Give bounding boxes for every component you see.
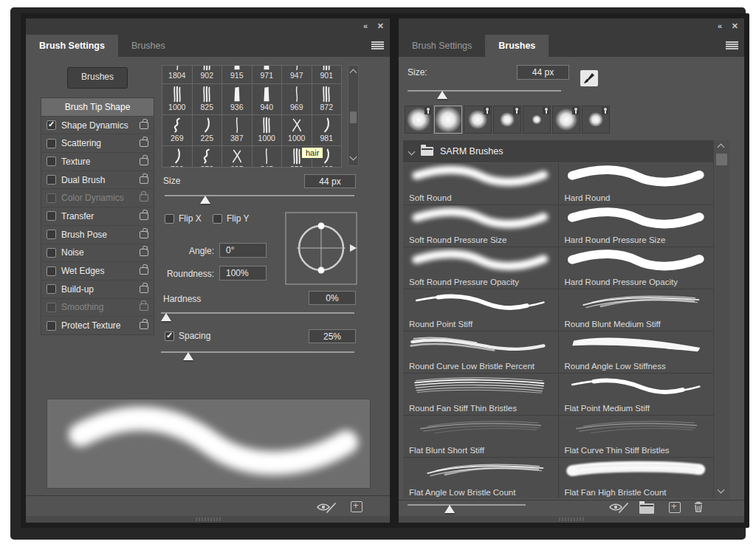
checkbox[interactable] (47, 139, 56, 148)
slider-thumb[interactable] (437, 91, 447, 99)
panel-menu-icon[interactable] (371, 41, 384, 49)
scroll-up-icon[interactable] (350, 69, 357, 77)
new-group-icon[interactable] (639, 503, 654, 514)
lock-icon[interactable] (140, 176, 148, 184)
setting-shape-dynamics[interactable]: Shape Dynamics (41, 117, 154, 135)
recent-brush-chip[interactable] (552, 106, 580, 134)
spacing-slider[interactable] (161, 349, 354, 361)
checkbox[interactable] (47, 120, 56, 130)
tab-brushes[interactable]: Brushes (118, 35, 179, 57)
close-panel-icon[interactable]: ✕ (732, 21, 738, 31)
brush-tip-cell[interactable]: 825 (193, 84, 222, 114)
slider-track[interactable] (165, 195, 354, 196)
lock-icon[interactable] (140, 322, 148, 329)
lock-icon[interactable] (140, 140, 148, 147)
brush-preset[interactable]: Hard Round Pressure Opacity (559, 247, 714, 289)
lock-icon[interactable] (140, 286, 148, 293)
thumbnail-size-slider[interactable] (408, 502, 526, 514)
brush-preset[interactable]: Flat Point Medium Stiff (559, 374, 714, 415)
brush-tip-cell[interactable]: 695 (222, 146, 252, 168)
recent-brush-chip[interactable] (523, 106, 551, 134)
brush-preset[interactable]: Soft Round (403, 163, 558, 204)
setting-texture[interactable]: Texture (41, 153, 154, 171)
scrollbar-thumb[interactable] (716, 154, 727, 165)
slider-thumb[interactable] (200, 196, 210, 204)
slider-track[interactable] (408, 504, 526, 506)
slider-thumb[interactable] (161, 313, 171, 321)
brush-tip-cell[interactable]: 947 (282, 66, 312, 83)
spacing-value[interactable]: 25% (309, 329, 356, 343)
flip-x-option[interactable]: Flip X (165, 213, 202, 224)
setting-transfer[interactable]: Transfer (41, 207, 154, 226)
brush-preset[interactable]: Round Point Stiff (403, 289, 558, 331)
brush-preset[interactable]: Hard Round Pressure Size (559, 205, 714, 247)
brush-tip-cell[interactable]: 269 (162, 115, 192, 145)
brush-preset[interactable]: Flat Fan High Bristle Count (559, 458, 714, 498)
brush-preset[interactable]: Flat Angle Low Bristle Count (403, 458, 558, 498)
brush-preset[interactable]: Soft Round Pressure Size (403, 205, 558, 247)
panel-resize-grip[interactable] (26, 516, 390, 523)
delete-brush-icon[interactable] (693, 500, 704, 513)
size-value[interactable]: 44 px (304, 174, 356, 188)
brush-tip-cell[interactable]: 971 (252, 66, 282, 83)
panel-menu-icon[interactable] (726, 41, 738, 49)
size-value[interactable]: 44 px (517, 65, 569, 80)
checkbox[interactable] (47, 266, 56, 276)
chevron-down-icon[interactable] (408, 148, 416, 155)
brush-tip-cell[interactable]: 1000 (282, 115, 312, 145)
flip-y-checkbox[interactable] (213, 214, 222, 224)
brush-tip-cell[interactable]: 700 (162, 146, 192, 168)
brush-tip-cell[interactable]: 873 (193, 146, 222, 168)
scroll-up-icon[interactable] (718, 144, 725, 151)
brush-tip-cell[interactable]: 981 (312, 115, 342, 145)
recent-brush-chip[interactable] (464, 106, 492, 134)
tab-brush-settings[interactable]: Brush Settings (26, 35, 118, 57)
checkbox[interactable] (47, 248, 56, 258)
slider-track[interactable] (161, 312, 354, 314)
close-panel-icon[interactable]: ✕ (377, 21, 384, 31)
tab-brush-settings[interactable]: Brush Settings (399, 35, 485, 57)
size-slider[interactable] (165, 193, 354, 204)
brush-group-header[interactable]: SARM Brushes (403, 140, 713, 162)
checkbox[interactable] (47, 321, 56, 331)
scrollbar-thumb[interactable] (350, 111, 357, 123)
spacing-option[interactable]: Spacing (165, 331, 210, 341)
scroll-down-icon[interactable] (718, 486, 725, 494)
scroll-down-icon[interactable] (350, 154, 357, 161)
brush-tip-cell[interactable]: 845 (252, 146, 282, 168)
setting-build-up[interactable]: Build-up (41, 281, 154, 299)
flip-x-checkbox[interactable] (165, 214, 174, 224)
setting-scattering[interactable]: Scattering (41, 134, 154, 153)
recent-brush-chip[interactable] (434, 106, 462, 134)
recent-brush-chip[interactable] (493, 106, 521, 134)
setting-dual-brush[interactable]: Dual Brush (41, 171, 154, 190)
checkbox[interactable] (47, 284, 56, 294)
size-slider[interactable] (408, 88, 561, 100)
tip-grid-scrollbar[interactable] (348, 65, 359, 166)
checkbox[interactable] (47, 211, 56, 221)
hardness-value[interactable]: 0% (309, 291, 356, 305)
recent-brush-chip[interactable] (405, 106, 433, 134)
brush-preset[interactable]: Flat Blunt Short Stiff (403, 416, 558, 457)
toggle-live-preview-icon[interactable] (316, 501, 337, 514)
brush-preset[interactable]: Soft Round Pressure Opacity (403, 247, 558, 289)
brush-preset[interactable]: Flat Curve Thin Stiff Bristles (559, 416, 714, 457)
setting-brush-tip-shape[interactable]: Brush Tip Shape (41, 98, 154, 117)
brush-tip-cell[interactable]: 225 (193, 115, 222, 145)
brush-tip-cell[interactable]: 936 (222, 84, 252, 114)
hardness-slider[interactable] (161, 310, 354, 322)
brush-tip-cell[interactable]: 940 (252, 84, 282, 114)
new-brush-icon[interactable] (669, 502, 681, 513)
brush-tip-cell[interactable]: 902 (193, 66, 222, 83)
lock-icon[interactable] (140, 213, 148, 220)
collapse-panel-icon[interactable]: « (718, 21, 722, 31)
brush-tip-cell[interactable]: 915 (222, 66, 252, 83)
slider-thumb[interactable] (183, 352, 193, 360)
brush-tip-cell[interactable]: 901 (312, 66, 342, 83)
setting-protect-texture[interactable]: Protect Texture (41, 317, 154, 334)
brush-settings-shortcut-icon[interactable] (580, 70, 598, 86)
brush-tip-cell[interactable]: 872 (312, 84, 342, 114)
brush-tip-cell[interactable]: 1804 (162, 66, 192, 83)
checkbox[interactable] (47, 230, 56, 239)
brush-tip-cell[interactable]: 1000 (252, 115, 282, 145)
